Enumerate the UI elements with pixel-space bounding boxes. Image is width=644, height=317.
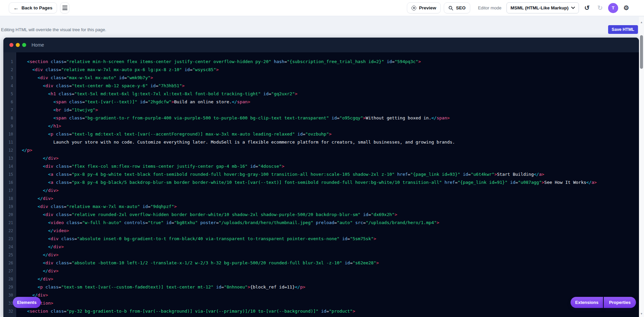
code-line[interactable]: 1 <section class="relative min-h-screen …: [3, 58, 639, 66]
line-number: 27: [3, 267, 16, 275]
line-number: 15: [3, 170, 16, 178]
code-line[interactable]: 15 <a class="px-8 py-4 bg-white text-bla…: [3, 170, 639, 178]
line-number: 20: [3, 211, 16, 219]
code-line[interactable]: 24 </div>: [3, 243, 639, 251]
code-line[interactable]: 13 </div>: [3, 154, 639, 162]
line-number: 8: [3, 114, 16, 122]
elements-panel-button[interactable]: Elements: [13, 297, 41, 308]
line-number: 21: [3, 219, 16, 227]
save-html-button[interactable]: Save HTML: [608, 25, 638, 34]
line-number: 16: [3, 178, 16, 187]
code-line[interactable]: 16 <a class="px-8 py-4 bg-black/5 backdr…: [3, 178, 639, 187]
code-line[interactable]: 14 <div class="flex flex-col sm:flex-row…: [3, 162, 639, 170]
code-line[interactable]: 26 <div class="absolute -bottom-10 left-…: [3, 259, 639, 267]
notice-text: Editing HTML will override the visual tr…: [1, 27, 106, 32]
code-line[interactable]: 5 <h1 class="text-5xl md:text-6xl lg:tex…: [3, 90, 639, 98]
editor-mode-label: Editor mode: [478, 5, 501, 10]
scrollbar-thumb[interactable]: [640, 35, 643, 69]
code-line[interactable]: 19 <div class="relative max-w-7xl mx-aut…: [3, 203, 639, 211]
gear-icon: ⚙: [623, 4, 629, 12]
line-number: 22: [3, 227, 16, 235]
avatar[interactable]: T: [608, 3, 618, 13]
page-scrollbar[interactable]: ▲ ▼: [639, 17, 644, 317]
line-code: Launch your store with no code. Customiz…: [16, 138, 455, 146]
minimize-window-icon[interactable]: [16, 43, 20, 47]
line-number: 6: [3, 98, 16, 106]
redo-icon: ↻: [597, 4, 603, 12]
code-line[interactable]: 20 <div class="relative rounded-2xl over…: [3, 211, 639, 219]
code-line[interactable]: 25 </div>: [3, 251, 639, 259]
menu-button[interactable]: [60, 2, 69, 13]
toolbar-left: ← Back to Pages: [9, 2, 69, 13]
code-line[interactable]: 11 Launch your store with no code. Custo…: [3, 138, 639, 146]
line-number: 7: [3, 106, 16, 114]
line-code: <h1 class="text-5xl md:text-6xl lg:text-…: [16, 90, 298, 98]
line-code: </video>: [16, 227, 69, 235]
hamburger-icon: [62, 6, 67, 10]
line-number: 29: [3, 283, 16, 291]
line-number: 3: [3, 74, 16, 82]
code-line[interactable]: 7 <br id="1twcjvg">: [3, 106, 639, 114]
line-code: <a class="px-8 py-4 bg-white text-black …: [16, 170, 544, 178]
markup-mode-select[interactable]: MSML (HTML-Like Markup): [506, 2, 579, 13]
line-code: <div class="relative max-w-7xl mx-auto" …: [16, 203, 177, 211]
code-lines-container: 1 <section class="relative min-h-screen …: [3, 58, 639, 315]
line-code: <section class="relative min-h-screen fl…: [16, 58, 421, 66]
undo-icon: ↺: [584, 4, 590, 12]
line-code: </div>: [16, 251, 59, 259]
line-number: 1: [3, 58, 16, 66]
code-line[interactable]: 21 <video class="w-full h-auto" controls…: [3, 219, 639, 227]
line-code: <span class="text-[var(--text)]" id="2hg…: [16, 98, 250, 106]
code-line[interactable]: 10 <p class="text-lg md:text-xl text-[va…: [3, 130, 639, 138]
code-line[interactable]: 12</p>: [3, 146, 639, 154]
preview-button[interactable]: Preview: [407, 2, 441, 13]
code-line[interactable]: 32 <section class="py-32 bg-gradient-to-…: [3, 307, 639, 315]
code-line[interactable]: 6 <span class="text-[var(--text)]" id="2…: [3, 98, 639, 106]
line-code: <br id="1twcjvg">: [16, 106, 98, 114]
line-code: </div>: [16, 267, 59, 275]
scrollbar-up-arrow-icon[interactable]: ▲: [639, 21, 644, 24]
line-number: 4: [3, 82, 16, 90]
settings-button[interactable]: ⚙: [621, 2, 631, 13]
toolbar-right: Preview SEO Editor mode MSML (HTML-Like …: [407, 2, 631, 13]
code-line[interactable]: 9 </h1>: [3, 122, 639, 130]
code-line[interactable]: 22 </video>: [3, 227, 639, 235]
line-number: 11: [3, 138, 16, 146]
search-icon: [448, 6, 453, 10]
line-code: </div>: [16, 187, 59, 195]
window-title: Home: [32, 42, 44, 48]
extensions-panel-button[interactable]: Extensions: [571, 297, 603, 308]
code-area[interactable]: 1 <section class="relative min-h-screen …: [3, 52, 639, 317]
line-code: <div class="flex flex-col sm:flex-row it…: [16, 162, 284, 170]
line-number: 28: [3, 275, 16, 283]
back-to-pages-button[interactable]: ← Back to Pages: [9, 2, 57, 13]
line-number: 19: [3, 203, 16, 211]
code-line[interactable]: 30 </div>: [3, 291, 639, 299]
code-line[interactable]: 17 </div>: [3, 187, 639, 195]
code-line[interactable]: 23 <div class="absolute inset-0 bg-gradi…: [3, 235, 639, 243]
line-number: 13: [3, 154, 16, 162]
line-number: 2: [3, 66, 16, 74]
redo-button[interactable]: ↻: [595, 2, 605, 13]
code-line[interactable]: 31 </section>: [3, 299, 639, 307]
line-code: <p class="text-sm text-[var(--custom-fad…: [16, 283, 305, 291]
code-line[interactable]: 3 <div class="max-w-5xl mx-auto" id="wmk…: [3, 74, 639, 82]
line-code: </div>: [16, 195, 53, 203]
properties-panel-button[interactable]: Properties: [604, 297, 636, 308]
code-line[interactable]: 8 <span class="bg-gradient-to-r from-pur…: [3, 114, 639, 122]
seo-button[interactable]: SEO: [444, 2, 470, 13]
code-line[interactable]: 27 </div>: [3, 267, 639, 275]
close-window-icon[interactable]: [9, 43, 13, 47]
line-code: </div>: [16, 275, 53, 283]
code-line[interactable]: 2 <div class="relative max-w-7xl mx-auto…: [3, 66, 639, 74]
chevron-down-icon: [571, 7, 575, 9]
code-line[interactable]: 18 </div>: [3, 195, 639, 203]
undo-button[interactable]: ↺: [582, 2, 592, 13]
code-line[interactable]: 4 <div class="text-center mb-12 space-y-…: [3, 82, 639, 90]
code-line[interactable]: 29 <p class="text-sm text-[var(--custom-…: [3, 283, 639, 291]
scrollbar-down-arrow-icon[interactable]: ▼: [639, 312, 644, 315]
line-number: 12: [3, 146, 16, 154]
code-line[interactable]: 28 </div>: [3, 275, 639, 283]
line-number: 5: [3, 90, 16, 98]
maximize-window-icon[interactable]: [22, 43, 26, 47]
